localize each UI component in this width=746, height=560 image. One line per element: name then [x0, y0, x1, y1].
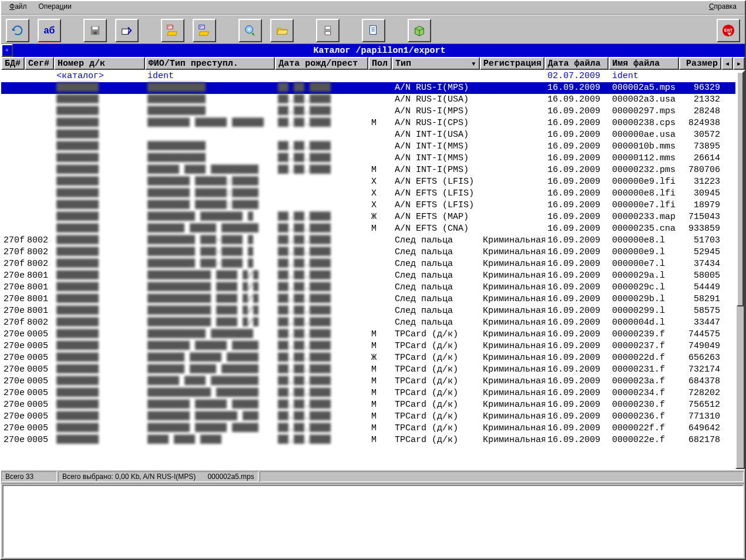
- col-filename[interactable]: Имя файла: [609, 57, 679, 70]
- col-size[interactable]: Размер: [679, 57, 721, 70]
- table-row[interactable]: █████████████████████.██.████A/N RUS-I(M…: [1, 82, 735, 94]
- table-row[interactable]: ████████████████ ██████:█████ХA/N EFTS (…: [1, 200, 735, 211]
- scrollbar-thumb[interactable]: [737, 72, 744, 306]
- svg-point-9: [248, 28, 250, 31]
- table-row[interactable]: 270e0005████████████████ ████████ █████.…: [1, 411, 735, 423]
- vertical-scrollbar[interactable]: [735, 70, 745, 469]
- col-db[interactable]: БД#: [1, 57, 25, 70]
- table-row[interactable]: ████████A/N INT-I(USA)16.09.2009000000ae…: [1, 129, 735, 141]
- table-row[interactable]: <каталог>ident02.07.2009ident: [1, 70, 735, 82]
- menu-operations[interactable]: Операции: [33, 1, 78, 14]
- status-total: Всего 33: [1, 471, 57, 482]
- path-bar: ◦ Каталог /papillon1/export: [1, 44, 745, 57]
- col-filedate[interactable]: Дата файла: [545, 57, 609, 70]
- report-button[interactable]: [362, 19, 385, 42]
- refresh-button[interactable]: [6, 19, 29, 42]
- table-row[interactable]: ████████████████ ██████:█████ХA/N EFTS (…: [1, 176, 735, 188]
- col-scroll-right[interactable]: ▸: [733, 57, 745, 70]
- an-folder-button[interactable]: A/N: [193, 19, 216, 42]
- col-scroll-left[interactable]: ◂: [721, 57, 733, 70]
- column-headers: БД# Сег# Номер д/к ФИО/Тип преступл. Дат…: [1, 57, 745, 70]
- table-row[interactable]: 270e0005██████████████ ████ ███████████.…: [1, 376, 735, 387]
- svg-text:A/N: A/N: [200, 26, 203, 28]
- col-number[interactable]: Номер д/к: [54, 57, 145, 70]
- table-row[interactable]: ███████████████ █████ █████████.██.████М…: [1, 223, 735, 235]
- col-name[interactable]: ФИО/Тип преступл.: [145, 57, 275, 70]
- preview-pane: [2, 485, 744, 558]
- table-row[interactable]: 270e0005████████████████ ██████ ███████.…: [1, 423, 735, 434]
- table-row[interactable]: 270e0005███████████████ ██████ ████████.…: [1, 352, 735, 364]
- exit-button[interactable]: EXIT: [717, 19, 740, 42]
- table-row[interactable]: 270f8002█████████████████ ███-████ ███.█…: [1, 247, 735, 258]
- status-blank: [260, 471, 744, 482]
- svg-text:EXIT: EXIT: [724, 28, 732, 32]
- table-row[interactable]: 270f8002████████████████████ ████ █/███.…: [1, 317, 735, 329]
- table-row[interactable]: █████████████████████.██.████A/N RUS-I(U…: [1, 94, 735, 106]
- table-row[interactable]: 270e8001████████████████████ ████ █/███.…: [1, 270, 735, 282]
- status-bar: Всего 33 Всего выбрано: 0,00 Kb, A/N RUS…: [1, 469, 745, 484]
- table-row[interactable]: ██████████████ ████ ███████████.██.████М…: [1, 164, 735, 176]
- textmode-button[interactable]: аб: [38, 19, 61, 42]
- table-row[interactable]: 270e0005████████████████ ██████ ███████.…: [1, 399, 735, 411]
- efts-folder-button[interactable]: EFTS: [161, 19, 184, 42]
- svg-rect-3: [122, 29, 129, 34]
- svg-rect-11: [325, 26, 330, 30]
- table-row[interactable]: 270e0005████████████████████ ██████████.…: [1, 387, 735, 399]
- svg-rect-1: [92, 27, 98, 30]
- table-row[interactable]: 270e0005████████████████ ██████ ███████.…: [1, 340, 735, 352]
- table-row[interactable]: 270e0005███████████████████ ██████████.█…: [1, 329, 735, 340]
- col-sex[interactable]: Пол: [368, 57, 392, 70]
- menu-file[interactable]: Файл: [4, 1, 33, 14]
- table-row[interactable]: 270e8001████████████████████ ████ █/███.…: [1, 282, 735, 294]
- table-row[interactable]: 270e8001████████████████████ ████ █/███.…: [1, 294, 735, 305]
- status-selected: Всего выбрано: 0,00 Kb, A/N RUS-I(MPS) 0…: [58, 471, 258, 482]
- table-row[interactable]: 270f8002█████████████████ ███-████ ███.█…: [1, 235, 735, 247]
- col-type[interactable]: Тип▾: [392, 57, 480, 70]
- table-row[interactable]: █████████████████████.██.████A/N RUS-I(M…: [1, 106, 735, 117]
- table-row[interactable]: ████████████████ ██████ ████████.██.████…: [1, 117, 735, 129]
- list-area: <каталог>ident02.07.2009ident███████████…: [1, 70, 745, 469]
- open-folder-button[interactable]: [270, 19, 294, 42]
- menubar: Файл Операции Справка: [1, 1, 745, 15]
- table-row[interactable]: █████████████████████.██.████A/N INT-I(M…: [1, 141, 735, 153]
- col-date[interactable]: Дата рожд/прест: [275, 57, 368, 70]
- export-button[interactable]: [115, 19, 139, 42]
- col-seg[interactable]: Сег#: [25, 57, 54, 70]
- table-row[interactable]: █████████████████████.██.████A/N INT-I(M…: [1, 153, 735, 164]
- file-list[interactable]: <каталог>ident02.07.2009ident███████████…: [1, 70, 735, 469]
- path-text: Каталог /papillon1/export: [14, 46, 745, 56]
- table-row[interactable]: 270e8001████████████████████ ████ █/███.…: [1, 305, 735, 317]
- path-corner-button[interactable]: ◦: [1, 44, 13, 57]
- package-button[interactable]: [408, 19, 431, 42]
- toolbar: аб EFTS A/N EXIT: [1, 15, 745, 44]
- table-row[interactable]: █████████████████ ████████ ███.██.████ЖA…: [1, 211, 735, 223]
- svg-rect-12: [325, 32, 330, 35]
- burn-button[interactable]: [238, 19, 262, 42]
- save-button[interactable]: [83, 19, 107, 42]
- svg-rect-2: [93, 32, 97, 35]
- table-row[interactable]: 270e0005████████████ ████ ██████.██.████…: [1, 434, 735, 446]
- table-row[interactable]: 270e0005███████████████ █████ █████████.…: [1, 364, 735, 376]
- print-button[interactable]: [316, 19, 340, 42]
- svg-text:EFTS: EFTS: [168, 26, 174, 28]
- table-row[interactable]: 270f8002█████████████████ ███-████ ███.█…: [1, 258, 735, 270]
- svg-rect-13: [370, 26, 377, 35]
- menu-help[interactable]: Справка: [703, 1, 742, 14]
- table-row[interactable]: ████████████████ ██████:█████ХA/N EFTS (…: [1, 188, 735, 200]
- col-reg[interactable]: Регистрация: [480, 57, 545, 70]
- main-window: Файл Операции Справка аб EFTS A/N EXIT ◦…: [0, 0, 746, 560]
